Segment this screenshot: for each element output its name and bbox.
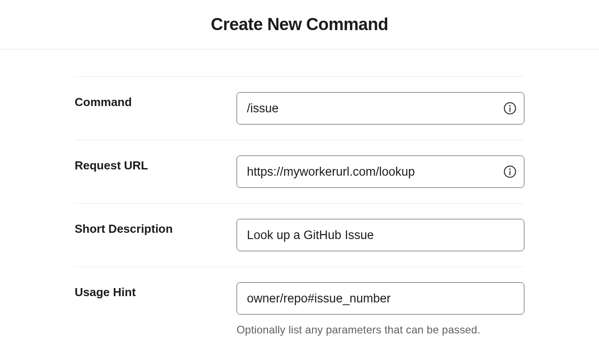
label-short-description: Short Description (75, 219, 237, 237)
form-row-request-url: Request URL (75, 140, 524, 203)
info-icon[interactable] (503, 164, 517, 179)
command-form: Command Request URL (75, 49, 524, 351)
command-input[interactable] (237, 92, 524, 124)
form-row-short-description: Short Description (75, 203, 524, 266)
info-icon[interactable] (503, 101, 517, 115)
label-usage-hint: Usage Hint (75, 282, 237, 300)
input-shell-request-url (237, 155, 524, 188)
request-url-input[interactable] (237, 155, 524, 188)
input-shell-short-description (237, 219, 524, 251)
svg-point-4 (510, 169, 511, 170)
usage-hint-input[interactable] (237, 282, 524, 315)
input-shell-usage-hint (237, 282, 524, 315)
page-header: Create New Command (0, 0, 599, 49)
label-request-url: Request URL (75, 155, 237, 173)
label-command: Command (75, 92, 237, 110)
field-short-description (237, 219, 524, 251)
input-shell-command (237, 92, 524, 124)
form-row-usage-hint: Usage Hint Optionally list any parameter… (75, 266, 524, 351)
usage-hint-helper-text: Optionally list any parameters that can … (237, 324, 524, 336)
field-usage-hint: Optionally list any parameters that can … (237, 282, 524, 336)
field-request-url (237, 155, 524, 188)
page-title: Create New Command (211, 15, 388, 34)
field-command (237, 92, 524, 124)
short-description-input[interactable] (237, 219, 524, 251)
svg-point-1 (510, 105, 511, 107)
form-row-command: Command (75, 76, 524, 140)
